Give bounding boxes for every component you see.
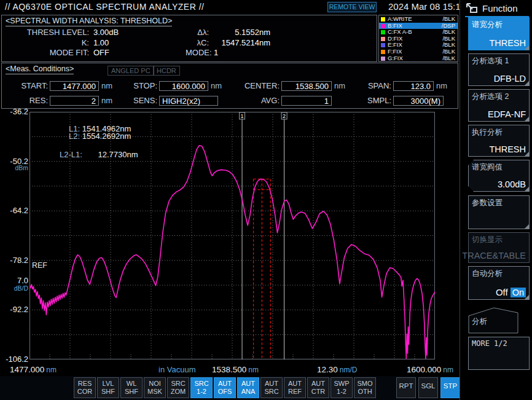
marker-number: 1 bbox=[241, 113, 244, 119]
spectrum-plot[interactable]: 12 bbox=[29, 112, 435, 359]
connector-badge: ANGLED PC bbox=[108, 66, 154, 76]
softkey-execute-analysis[interactable]: 执行分析THRESH bbox=[468, 125, 530, 157]
notch bbox=[468, 186, 474, 192]
toolbar-button-src-1-2[interactable]: SRC1-2 bbox=[190, 377, 213, 398]
trace-color-swatch bbox=[381, 30, 385, 34]
sweep-button-stp[interactable]: STP bbox=[440, 377, 460, 398]
analysis-row: K:1.00λC:1547.5214nm bbox=[2, 38, 270, 47]
analysis-label: MODE: bbox=[186, 48, 209, 57]
x-axis-start-label: 1477.000nm bbox=[10, 365, 57, 374]
toggle-off[interactable]: Off bbox=[496, 287, 508, 297]
trace-row[interactable]: F:FIX/BLK bbox=[379, 49, 458, 55]
softkey-toggle: OffOn bbox=[496, 287, 526, 297]
toolbar-button-res-cor[interactable]: RESCOR bbox=[74, 377, 96, 398]
marker-l2-readout: L2: 1554.2692nm bbox=[69, 131, 131, 141]
y-axis-tick-label: -92.2 bbox=[0, 305, 28, 314]
y-axis-tick-label: -36.2 bbox=[0, 107, 28, 116]
trace-color-swatch bbox=[381, 43, 385, 47]
x-axis-per-div-label: 12.30nm/D bbox=[317, 365, 357, 374]
analysis-label: K: bbox=[2, 38, 89, 47]
toolbar-button-aut-ofs[interactable]: AUTOFS bbox=[214, 377, 236, 398]
toolbar-button-aut-ana[interactable]: AUTANA bbox=[237, 377, 259, 398]
y-axis-unit: dBm bbox=[0, 164, 28, 171]
analysis-label: MODE FIT: bbox=[2, 48, 89, 57]
meas-label: SMPL: bbox=[367, 95, 391, 106]
trace-color-swatch bbox=[381, 50, 385, 54]
softkey-auto-analysis[interactable]: 自动分析OffOn bbox=[468, 266, 530, 300]
y-axis-tick-label: -78.2 bbox=[0, 256, 28, 265]
meas-panel-title: <Meas. Conditions> bbox=[6, 65, 74, 74]
softkey-label: 参数设置 bbox=[472, 198, 503, 208]
remote-view-badge: REMOTE VIEW bbox=[327, 2, 377, 12]
y-axis-tick-label: -64.2 bbox=[0, 206, 28, 215]
softkey-label: 切换显示 bbox=[472, 235, 503, 245]
y-scale-per-div-unit: dB/D bbox=[0, 284, 28, 292]
meas-unit: nm bbox=[436, 80, 447, 92]
softkey-analysis-option-1[interactable]: 分析选项 1DFB-LD bbox=[468, 53, 530, 86]
toolbar-button-wl-shf[interactable]: WLSHF bbox=[120, 377, 143, 398]
softkey-value: 3.00dB bbox=[498, 179, 526, 189]
toolbar-button-smo-oth[interactable]: SMOOTH bbox=[354, 377, 376, 398]
trace-status: /BLK bbox=[442, 55, 455, 62]
softkey-label: 执行分析 bbox=[472, 127, 503, 138]
analysis-row: THRESH LEVEL:3.00dBΔλ:5.1552nm bbox=[2, 28, 270, 37]
trace-color-swatch bbox=[381, 37, 385, 41]
window-title: // AQ6370E OPTICAL SPECTRUM ANALYZER // bbox=[5, 2, 205, 12]
analysis-label: THRESH LEVEL: bbox=[2, 28, 89, 37]
meas-field-smpl: SMPL:3000(M) bbox=[2, 95, 459, 106]
trace-name: G:FIX bbox=[388, 55, 403, 62]
meas-conditions-panel: <Meas. Conditions> ANGLED PCHCDR START:1… bbox=[1, 63, 458, 109]
softkey-label: 谱宽分析 bbox=[472, 20, 503, 30]
toolbar-button-aut-src[interactable]: AUTSRC bbox=[260, 377, 283, 398]
spectrum-svg: 12 bbox=[29, 112, 435, 359]
softkey-more[interactable]: MORE 1/2 bbox=[468, 337, 530, 370]
softkey-value: THRESH bbox=[489, 144, 526, 154]
softkey-value: DFB-LD bbox=[494, 74, 526, 84]
marker-diff-readout: L2-L1: 12.7730nm bbox=[60, 150, 138, 159]
softkey-analysis-option-2[interactable]: 分析选项 2EDFA-NF bbox=[468, 89, 530, 122]
analysis-row: MODE FIT:OFFMODE:1 bbox=[2, 48, 270, 57]
sweep-button-rpt[interactable]: RPT bbox=[396, 377, 416, 398]
y-scale-per-div-value: 7.0 bbox=[0, 276, 28, 285]
analysis-label: λC: bbox=[186, 38, 209, 47]
meas-field-span: SPAN:123.0nm bbox=[2, 80, 459, 92]
trace-status: /BLK bbox=[442, 16, 455, 23]
toolbar-button-lvl-shf[interactable]: LVLSHF bbox=[97, 377, 119, 398]
softkey-analysis-tab[interactable]: 分析 bbox=[468, 307, 518, 334]
function-label: Function bbox=[482, 3, 518, 14]
function-icon bbox=[465, 2, 479, 14]
softkey-label: 谱宽阎值 bbox=[472, 162, 503, 173]
softkey-switch-display[interactable]: 切换显示TRACE&TABLE bbox=[468, 232, 530, 263]
softkey-value: TRACE&TABLE bbox=[462, 251, 526, 261]
analysis-value: 1547.5214nm bbox=[209, 38, 270, 47]
marker-number: 2 bbox=[283, 113, 286, 119]
meas-value-box[interactable]: 3000(M) bbox=[393, 96, 444, 106]
trace-row[interactable]: A:WRITE/BLK bbox=[379, 16, 458, 23]
fold-corner bbox=[525, 45, 529, 50]
trace-row[interactable]: G:FIX/BLK bbox=[379, 55, 458, 62]
toolbar-button-swp-1-2[interactable]: SWP1-2 bbox=[331, 377, 353, 398]
spectrum-chart-region: 12 -36.2-50.2-64.2-78.2-92.2-106.2dBm7.0… bbox=[0, 109, 460, 376]
toolbar-button-noi-msk[interactable]: NOIMSK bbox=[144, 377, 166, 398]
fold-corner bbox=[525, 152, 529, 156]
toolbar-button-aut-ctr[interactable]: AUTCTR bbox=[307, 377, 329, 398]
toolbar-button-aut-ref[interactable]: AUTREF bbox=[284, 377, 306, 398]
softkey-width-threshold[interactable]: 谱宽阎值3.00dB bbox=[468, 160, 530, 192]
grid bbox=[29, 112, 435, 359]
toolbar-button-src-zom[interactable]: SRCZOM bbox=[167, 377, 189, 398]
ref-level-label: REF bbox=[32, 261, 47, 270]
softkey-label: 分析选项 2 bbox=[472, 92, 509, 102]
softkey-value: EDFA-NF bbox=[488, 109, 526, 119]
softkey-spectral-width-analysis[interactable]: 谱宽分析THRESH bbox=[468, 17, 530, 50]
softkey-parameter-setup[interactable]: 参数设置 bbox=[468, 195, 530, 229]
softkey-sidebar: Function 谱宽分析THRESH分析选项 1DFB-LD分析选项 2EDF… bbox=[460, 0, 532, 400]
analysis-value: 1 bbox=[209, 48, 270, 57]
connector-badge: HCDR bbox=[153, 66, 180, 76]
osa-screen: { "header": { "title": "// AQ6370E OPTIC… bbox=[0, 0, 532, 400]
x-axis-center-label: 1538.500nm bbox=[212, 365, 259, 374]
meas-value-box[interactable]: 123.0 bbox=[393, 81, 434, 91]
toggle-on[interactable]: On bbox=[510, 288, 526, 297]
sweep-button-sgl[interactable]: SGL bbox=[418, 377, 438, 398]
fold-corner bbox=[525, 295, 529, 299]
fold-corner bbox=[525, 117, 529, 121]
